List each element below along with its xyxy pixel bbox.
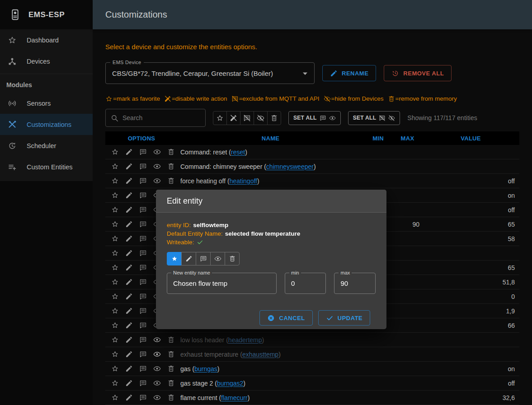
trash-icon [229,255,236,262]
dialog-actions: CANCEL UPDATE [167,294,376,329]
eye-icon [214,255,221,262]
max-label: max [339,270,352,275]
new-entity-name-input[interactable] [173,279,270,287]
delete-toggle-button[interactable] [225,252,240,265]
edit-entity-dialog: Edit entity entity ID:selflowtemp Defaul… [156,190,386,329]
new-entity-name-label: New entity name [171,270,212,275]
write-toggle-button[interactable] [181,252,196,265]
update-button[interactable]: UPDATE [318,310,370,326]
dialog-fields: New entity name min max [167,273,376,294]
comment-icon [200,255,207,262]
cancel-button[interactable]: CANCEL [259,310,312,326]
dialog-body: entity ID:selflowtemp Default Entity Nam… [156,213,386,329]
writeable-line: Writeable: [167,238,376,247]
max-input[interactable] [340,279,369,287]
check-icon [326,314,334,322]
dialog-title: Edit entity [156,190,386,213]
new-entity-name-field: New entity name [167,273,277,294]
favorite-toggle-button[interactable] [167,252,182,265]
default-name-value: selected flow temperature [225,230,301,237]
entity-id-value: selflowtemp [193,222,228,228]
update-button-label: UPDATE [338,315,363,321]
pencil-icon [185,255,193,262]
entity-id-label: entity ID: [167,222,191,228]
hide-toggle-button[interactable] [210,252,225,265]
max-field: max [334,273,376,294]
min-label: min [289,270,301,275]
cancel-button-label: CANCEL [279,315,305,321]
writeable-label: Writeable: [167,239,194,246]
check-icon [197,239,203,246]
default-name-label: Default Entity Name: [167,230,223,237]
default-name-line: Default Entity Name:selected flow temper… [167,229,376,238]
star-icon [171,255,178,262]
entity-option-toggles [167,252,376,265]
cancel-icon [267,314,275,322]
entity-id-line: entity ID:selflowtemp [167,221,376,229]
mqtt-toggle-button[interactable] [196,252,211,265]
min-field: min [285,273,326,294]
min-input[interactable] [291,279,320,287]
